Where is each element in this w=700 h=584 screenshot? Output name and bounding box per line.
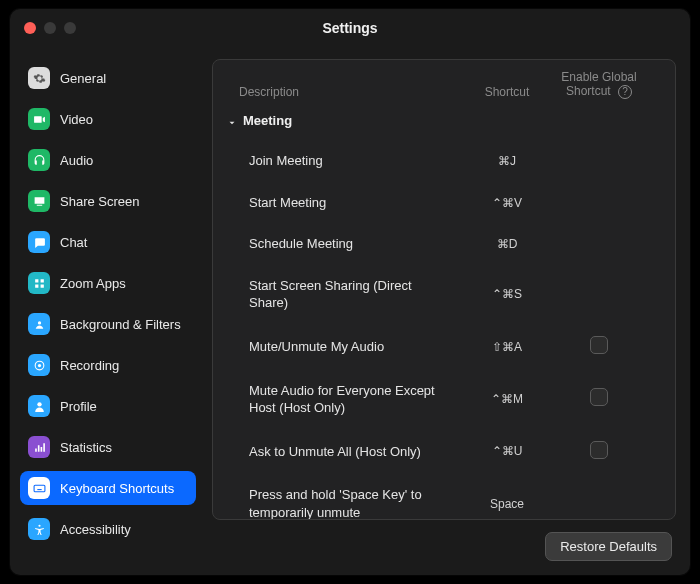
row-schedule-meeting[interactable]: Schedule Meeting ⌘D (223, 223, 657, 265)
header-shortcut: Shortcut (467, 85, 547, 99)
svg-point-3 (37, 402, 41, 406)
svg-rect-4 (34, 485, 45, 492)
row-shortcut[interactable]: ⌃⌘S (467, 287, 547, 301)
row-description: Ask to Unmute All (Host Only) (249, 443, 459, 461)
row-start-screen-sharing[interactable]: Start Screen Sharing (Direct Share) ⌃⌘S (223, 265, 657, 324)
sidebar-item-video[interactable]: Video (20, 102, 196, 136)
sidebar: General Video Audio Share Screen (10, 47, 206, 575)
headphones-icon (28, 149, 50, 171)
row-description: Mute Audio for Everyone Except Host (Hos… (249, 382, 459, 417)
row-enable (555, 441, 643, 463)
row-join-meeting[interactable]: Join Meeting ⌘J (223, 140, 657, 182)
main-panel: Description Shortcut Enable Global Short… (206, 47, 690, 575)
video-icon (28, 108, 50, 130)
section-title: Meeting (243, 113, 292, 128)
settings-window: Settings General Video Audio (10, 9, 690, 575)
apps-icon (28, 272, 50, 294)
maximize-button[interactable] (64, 22, 76, 34)
row-shortcut[interactable]: ⌃⌘U (467, 444, 547, 458)
row-description: Mute/Unmute My Audio (249, 338, 459, 356)
table-header: Description Shortcut Enable Global Short… (213, 60, 675, 109)
sidebar-item-label: Accessibility (60, 522, 131, 537)
sidebar-item-label: Statistics (60, 440, 112, 455)
sidebar-item-label: Audio (60, 153, 93, 168)
traffic-lights (24, 22, 76, 34)
sidebar-item-general[interactable]: General (20, 61, 196, 95)
sidebar-item-share-screen[interactable]: Share Screen (20, 184, 196, 218)
chevron-down-icon (227, 116, 237, 126)
row-ask-to-unmute-all[interactable]: Ask to Unmute All (Host Only) ⌃⌘U (223, 429, 657, 475)
enable-global-checkbox[interactable] (590, 441, 608, 459)
svg-point-5 (38, 524, 40, 526)
header-enable-global: Enable Global Shortcut ? (555, 70, 643, 99)
gear-icon (28, 67, 50, 89)
header-description: Description (239, 85, 459, 99)
chat-icon (28, 231, 50, 253)
minimize-button[interactable] (44, 22, 56, 34)
row-start-meeting[interactable]: Start Meeting ⌃⌘V (223, 182, 657, 224)
svg-point-2 (37, 363, 40, 366)
sidebar-item-background-filters[interactable]: Background & Filters (20, 307, 196, 341)
row-shortcut[interactable]: ⌃⌘V (467, 196, 547, 210)
close-button[interactable] (24, 22, 36, 34)
shortcuts-table: Description Shortcut Enable Global Short… (212, 59, 676, 520)
row-description: Schedule Meeting (249, 235, 459, 253)
footer: Restore Defaults (212, 520, 676, 563)
sidebar-item-label: Share Screen (60, 194, 140, 209)
sidebar-item-recording[interactable]: Recording (20, 348, 196, 382)
sidebar-item-label: Profile (60, 399, 97, 414)
window-title: Settings (322, 20, 377, 36)
restore-defaults-button[interactable]: Restore Defaults (545, 532, 672, 561)
accessibility-icon (28, 518, 50, 540)
help-icon[interactable]: ? (618, 85, 632, 99)
body: General Video Audio Share Screen (10, 47, 690, 575)
row-press-hold-space[interactable]: Press and hold 'Space Key' to temporaril… (223, 474, 657, 519)
sidebar-item-accessibility[interactable]: Accessibility (20, 512, 196, 546)
row-shortcut[interactable]: ⇧⌘A (467, 340, 547, 354)
sidebar-item-label: Zoom Apps (60, 276, 126, 291)
sidebar-item-profile[interactable]: Profile (20, 389, 196, 423)
sidebar-item-audio[interactable]: Audio (20, 143, 196, 177)
section-meeting[interactable]: Meeting (223, 109, 657, 140)
svg-point-0 (37, 321, 40, 324)
row-shortcut[interactable]: ⌘D (467, 237, 547, 251)
sidebar-item-zoom-apps[interactable]: Zoom Apps (20, 266, 196, 300)
sidebar-item-keyboard-shortcuts[interactable]: Keyboard Shortcuts (20, 471, 196, 505)
sidebar-item-label: Chat (60, 235, 87, 250)
row-mute-everyone-except-host[interactable]: Mute Audio for Everyone Except Host (Hos… (223, 370, 657, 429)
sidebar-item-chat[interactable]: Chat (20, 225, 196, 259)
row-enable (555, 336, 643, 358)
recording-icon (28, 354, 50, 376)
sidebar-item-label: Video (60, 112, 93, 127)
row-shortcut[interactable]: ⌃⌘M (467, 392, 547, 406)
enable-global-checkbox[interactable] (590, 388, 608, 406)
row-description: Start Screen Sharing (Direct Share) (249, 277, 459, 312)
row-description: Press and hold 'Space Key' to temporaril… (249, 486, 459, 519)
share-screen-icon (28, 190, 50, 212)
statistics-icon (28, 436, 50, 458)
row-enable (555, 388, 643, 410)
titlebar: Settings (10, 9, 690, 47)
row-shortcut[interactable]: ⌘J (467, 154, 547, 168)
profile-icon (28, 395, 50, 417)
sidebar-item-label: Background & Filters (60, 317, 181, 332)
sidebar-item-label: Keyboard Shortcuts (60, 481, 174, 496)
background-filters-icon (28, 313, 50, 335)
row-mute-unmute-my-audio[interactable]: Mute/Unmute My Audio ⇧⌘A (223, 324, 657, 370)
row-shortcut[interactable]: Space (467, 497, 547, 511)
row-description: Join Meeting (249, 152, 459, 170)
enable-global-checkbox[interactable] (590, 336, 608, 354)
table-body[interactable]: Meeting Join Meeting ⌘J Start Meeting ⌃⌘… (213, 109, 675, 519)
row-description: Start Meeting (249, 194, 459, 212)
keyboard-icon (28, 477, 50, 499)
sidebar-item-statistics[interactable]: Statistics (20, 430, 196, 464)
sidebar-item-label: General (60, 71, 106, 86)
sidebar-item-label: Recording (60, 358, 119, 373)
